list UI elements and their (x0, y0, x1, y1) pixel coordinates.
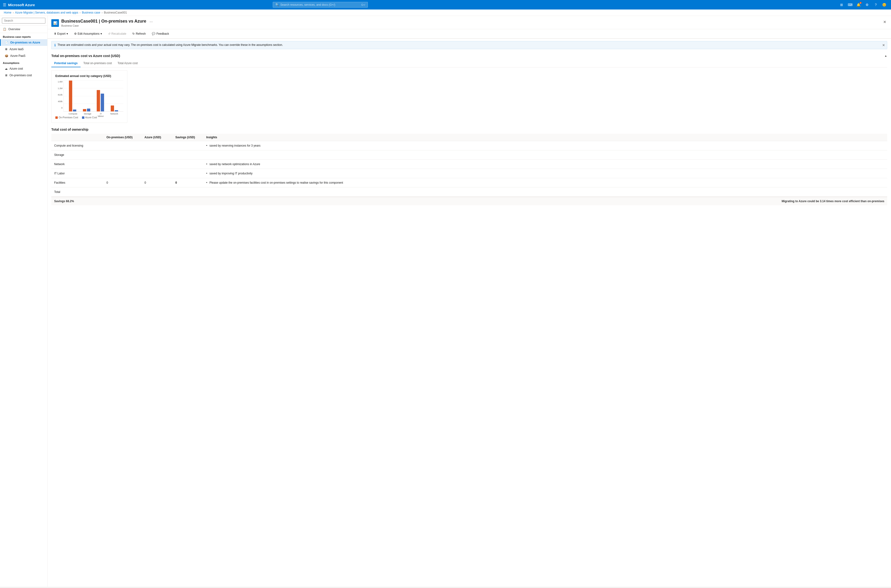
legend-on-premises: On-Premises Cost (56, 116, 78, 119)
breadcrumb-azure-migrate[interactable]: Azure Migrate | Servers, databases and w… (15, 11, 78, 14)
close-button[interactable]: ✕ (882, 19, 887, 25)
section-title: Total on-premises cost vs Azure cost (US… (51, 51, 887, 60)
info-icon: ℹ (54, 43, 56, 47)
tco-cell-compute-onprem (104, 141, 142, 150)
export-label: Export (57, 32, 66, 35)
global-search-bar[interactable]: 🔍 G+/ (273, 2, 368, 8)
breadcrumb-home[interactable]: Home (4, 11, 11, 14)
bar-network-onprem (111, 105, 114, 111)
tco-header-on-premises: On-premises (USD) (104, 134, 142, 141)
feedback-icon[interactable]: 😊 (880, 1, 888, 9)
bullet-icon-4: • (206, 181, 207, 184)
bar-group-storage (80, 109, 94, 111)
search-shortcut: G+/ (361, 4, 365, 6)
page-header-left: 📊 BusinessCase001 | On-premises vs Azure… (51, 19, 154, 27)
top-navigation: ☰ Microsoft Azure 🔍 G+/ ⊞ ⌨ 🔔1 ⚙ ? 😊 (0, 0, 891, 9)
banner-close-button[interactable]: ✕ (882, 43, 885, 47)
sidebar-item-on-premises-cost[interactable]: 🖥 On-premises cost (0, 72, 47, 79)
tco-insight-facilities: Please update the on-premises facilities… (210, 181, 343, 184)
tco-insight-itlabor: saved by improving IT productivity (210, 172, 253, 175)
feedback-button[interactable]: 💬 Feedback (149, 31, 171, 37)
tab-row: Potential savings Total on-premises cost… (51, 60, 887, 68)
legend-azure: Azure Cost (82, 116, 97, 119)
app-logo: Microsoft Azure (8, 3, 35, 7)
bar-storage-onprem (83, 109, 86, 111)
sidebar-item-azure-iaas[interactable]: 🖥 Azure IaaS (0, 46, 47, 52)
report-label-1: Azure IaaS (9, 48, 24, 51)
bar-group-network (107, 105, 122, 111)
tco-cell-network-azure (142, 160, 172, 169)
collapse-button[interactable]: ▲ (884, 54, 887, 57)
page-title: BusinessCase001 | On-premises vs Azure (61, 19, 146, 24)
sidebar-search-container[interactable] (0, 16, 47, 26)
azure-cost-label: Azure cost (9, 67, 23, 70)
report-label-0: On-premises vs Azure (10, 41, 40, 44)
hamburger-icon[interactable]: ☰ (3, 3, 6, 7)
tab-total-on-premises[interactable]: Total on-premises cost (81, 60, 115, 67)
toolbar: ⬆ Export ▾ ⚙ Edit Assumptions ▾ ↺ Recalc… (48, 29, 891, 39)
search-icon: 🔍 (275, 3, 279, 6)
legend-azure-label: Azure Cost (85, 116, 97, 119)
breadcrumb: Home › Azure Migrate | Servers, database… (0, 9, 891, 16)
sidebar-item-azure-paas[interactable]: 📦 Azure PaaS (0, 52, 47, 59)
chart-title: Estimated annual cost by category (USD) (56, 74, 123, 78)
chart-inner: 1.6M 1.2M 810k 400k 0 (56, 81, 123, 114)
bar-compute-onprem (69, 81, 72, 111)
cloud-shell-icon[interactable]: ⌨ (846, 1, 854, 9)
tco-cell-network-savings (172, 160, 203, 169)
on-premises-cost-label: On-premises cost (9, 74, 32, 77)
report-icon-0: 📄 (5, 41, 8, 44)
tco-cell-facilities-label: Facilities (51, 178, 104, 188)
y-label-0: 1.6M (58, 81, 63, 83)
x-label-2: ITlabour (98, 112, 104, 117)
tco-row-itlabor: IT Labor • saved by improving IT product… (51, 169, 887, 178)
sidebar-item-azure-cost[interactable]: ☁ Azure cost (0, 65, 47, 72)
tab-total-azure[interactable]: Total Azure cost (115, 60, 141, 67)
report-icon-2: 📦 (5, 54, 8, 57)
tco-table-body: Compute and licensing • saved by reservi… (51, 141, 887, 197)
portal-icon[interactable]: ⊞ (838, 1, 845, 9)
export-button[interactable]: ⬆ Export ▾ (51, 31, 70, 37)
y-label-2: 810k (58, 94, 63, 96)
recalculate-button[interactable]: ↺ Recalculate (105, 31, 129, 37)
y-label-3: 400k (58, 100, 63, 103)
page-subtitle: Business Case (61, 24, 146, 27)
breadcrumb-current: BusinessCase001 (104, 11, 127, 14)
edit-icon: ⚙ (74, 32, 77, 35)
section-title-text: Total on-premises cost vs Azure cost (US… (51, 54, 120, 58)
tco-table-header: On-premises (USD) Azure (USD) Savings (U… (51, 134, 887, 141)
content-wrapper: 📊 BusinessCase001 | On-premises vs Azure… (48, 16, 891, 587)
y-label-1: 1.2M (58, 87, 63, 90)
tco-cell-storage-onprem (104, 150, 142, 160)
refresh-button[interactable]: ↻ Refresh (130, 31, 148, 37)
tco-cell-storage-azure (142, 150, 172, 160)
settings-icon[interactable]: ⚙ (864, 1, 871, 9)
bullet-icon: • (206, 144, 207, 147)
breadcrumb-business-case[interactable]: Business case (82, 11, 100, 14)
tco-cell-network-label: Network (51, 160, 104, 169)
tco-cell-compute-insight: • saved by reserving instances for 3 yea… (203, 141, 887, 150)
tco-cell-compute-savings (172, 141, 203, 150)
sidebar-item-overview[interactable]: 📋 Overview (0, 26, 47, 33)
tco-row-total: Total (51, 188, 887, 197)
edit-assumptions-button[interactable]: ⚙ Edit Assumptions ▾ (72, 31, 105, 37)
bar-network-azure (115, 110, 118, 111)
tco-cell-total-azure (142, 188, 172, 197)
chevron-icon-3: › (102, 11, 102, 14)
sidebar-item-on-premises-vs-azure[interactable]: 📄 On-premises vs Azure (0, 39, 47, 46)
tco-header-savings: Savings (USD) (172, 134, 203, 141)
refresh-label: Refresh (136, 32, 146, 35)
page-title-block: BusinessCase001 | On-premises vs Azure B… (61, 19, 146, 27)
tco-cell-storage-savings (172, 150, 203, 160)
sidebar-search-input[interactable] (2, 18, 45, 24)
tab-potential-savings[interactable]: Potential savings (51, 60, 81, 67)
tco-cell-facilities-insight: • Please update the on-premises faciliti… (203, 178, 887, 188)
edit-assumptions-label: Edit Assumptions (78, 32, 99, 35)
notifications-icon[interactable]: 🔔1 (855, 1, 862, 9)
more-options-button[interactable]: ··· (149, 19, 154, 25)
on-premises-cost-icon: 🖥 (5, 74, 8, 77)
help-icon[interactable]: ? (872, 1, 880, 9)
content-area: ℹ These are estimated costs and your act… (48, 39, 891, 587)
bullet-icon-3: • (206, 172, 207, 175)
global-search-input[interactable] (280, 3, 360, 6)
